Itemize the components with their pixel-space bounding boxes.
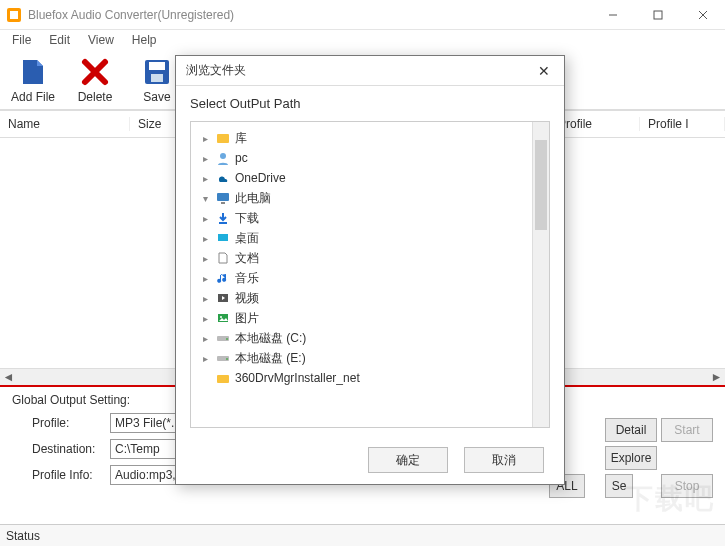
- videos-icon: [215, 290, 231, 306]
- drive-icon: [215, 330, 231, 346]
- col-profile2[interactable]: Profile I: [640, 117, 725, 131]
- tree-node-disk-c[interactable]: ▸本地磁盘 (C:): [191, 328, 532, 348]
- close-button[interactable]: [680, 0, 725, 30]
- download-icon: [215, 210, 231, 226]
- tree-node-documents[interactable]: ▸文档: [191, 248, 532, 268]
- folder-icon: [215, 370, 231, 386]
- svg-rect-10: [218, 234, 228, 241]
- svg-point-15: [226, 338, 228, 340]
- libraries-icon: [215, 130, 231, 146]
- delete-label: Delete: [78, 90, 113, 104]
- tree-node-thispc[interactable]: ▾此电脑: [191, 188, 532, 208]
- explore-button[interactable]: Explore: [605, 446, 657, 470]
- app-icon: [6, 7, 22, 23]
- profile-info-label: Profile Info:: [12, 468, 102, 482]
- svg-rect-18: [217, 375, 229, 383]
- maximize-button[interactable]: [635, 0, 680, 30]
- start-button[interactable]: Start: [661, 418, 713, 442]
- desktop-icon: [215, 230, 231, 246]
- documents-icon: [215, 250, 231, 266]
- col-name[interactable]: Name: [0, 117, 130, 131]
- stop-button[interactable]: Stop: [661, 474, 713, 498]
- svg-rect-3: [149, 62, 165, 70]
- scroll-left-icon[interactable]: ◄: [0, 369, 17, 386]
- user-icon: [215, 150, 231, 166]
- se-button[interactable]: Se: [605, 474, 633, 498]
- browse-dialog: 浏览文件夹 ✕ Select OutPut Path ▸库 ▸pc ▸OneDr…: [175, 55, 565, 485]
- status-text: Status: [6, 529, 40, 543]
- svg-point-13: [220, 316, 222, 318]
- profile-label: Profile:: [12, 416, 102, 430]
- save-label: Save: [143, 90, 170, 104]
- pictures-icon: [215, 310, 231, 326]
- tree-node-pictures[interactable]: ▸图片: [191, 308, 532, 328]
- menu-file[interactable]: File: [4, 31, 39, 49]
- window-title: Bluefox Audio Converter(Unregistered): [28, 8, 590, 22]
- add-file-label: Add File: [11, 90, 55, 104]
- detail-button[interactable]: Detail: [605, 418, 657, 442]
- tree-node-downloads[interactable]: ▸下载: [191, 208, 532, 228]
- dialog-scrollbar[interactable]: [532, 122, 549, 427]
- drive-icon: [215, 350, 231, 366]
- svg-rect-5: [217, 134, 229, 143]
- svg-rect-1: [654, 11, 662, 19]
- dialog-cancel-button[interactable]: 取消: [464, 447, 544, 473]
- dialog-close-button[interactable]: ✕: [534, 61, 554, 81]
- tree-node-pc[interactable]: ▸pc: [191, 148, 532, 168]
- menu-help[interactable]: Help: [124, 31, 165, 49]
- tree-node-desktop[interactable]: ▸桌面: [191, 228, 532, 248]
- tree-node-onedrive[interactable]: ▸OneDrive: [191, 168, 532, 188]
- tree-node-videos[interactable]: ▸视频: [191, 288, 532, 308]
- scroll-right-icon[interactable]: ►: [708, 369, 725, 386]
- delete-button[interactable]: Delete: [70, 56, 120, 104]
- tree-node-disk-e[interactable]: ▸本地磁盘 (E:): [191, 348, 532, 368]
- computer-icon: [215, 190, 231, 206]
- svg-rect-4: [151, 74, 163, 82]
- menu-edit[interactable]: Edit: [41, 31, 78, 49]
- folder-tree[interactable]: ▸库 ▸pc ▸OneDrive ▾此电脑 ▸下载 ▸桌面 ▸文档 ▸音乐 ▸视…: [191, 122, 532, 427]
- dialog-title: 浏览文件夹: [186, 62, 534, 79]
- svg-point-6: [220, 153, 226, 159]
- svg-rect-7: [217, 193, 229, 201]
- tree-node-libraries[interactable]: ▸库: [191, 128, 532, 148]
- tree-node-music[interactable]: ▸音乐: [191, 268, 532, 288]
- destination-label: Destination:: [12, 442, 102, 456]
- tree-node-folder[interactable]: 360DrvMgrInstaller_net: [191, 368, 532, 388]
- dialog-prompt: Select OutPut Path: [176, 86, 564, 117]
- svg-rect-8: [221, 202, 225, 204]
- minimize-button[interactable]: [590, 0, 635, 30]
- svg-point-17: [226, 358, 228, 360]
- add-file-button[interactable]: Add File: [8, 56, 58, 104]
- music-icon: [215, 270, 231, 286]
- onedrive-icon: [215, 170, 231, 186]
- dialog-ok-button[interactable]: 确定: [368, 447, 448, 473]
- svg-rect-9: [219, 222, 227, 224]
- menu-view[interactable]: View: [80, 31, 122, 49]
